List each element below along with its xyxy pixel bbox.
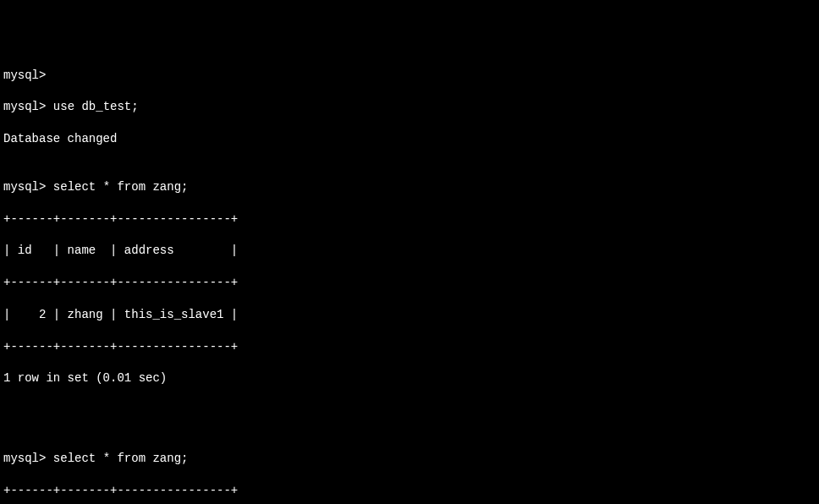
prompt: mysql>	[3, 100, 46, 113]
table-row: | 2 | zhang | this_is_slave1 |	[3, 307, 816, 323]
table-separator: +------+-------+----------------+	[3, 211, 816, 227]
blank-line	[3, 403, 816, 419]
result-footer: 1 row in set (0.01 sec)	[3, 370, 816, 386]
command-line-select: mysql> select * from zang;	[3, 451, 816, 467]
table-header: | id | name | address |	[3, 243, 816, 259]
table-separator: +------+-------+----------------+	[3, 275, 816, 291]
table-separator: +------+-------+----------------+	[3, 339, 816, 355]
db-changed-msg: Database changed	[3, 131, 816, 147]
sql-command: select * from zang;	[53, 180, 189, 194]
prompt-line: mysql>	[3, 68, 816, 84]
sql-command: select * from zang;	[53, 452, 189, 465]
prompt: mysql>	[3, 68, 46, 82]
prompt: mysql>	[3, 180, 46, 194]
table-separator: +------+-------+----------------+	[3, 483, 816, 499]
command-line-use: mysql> use db_test;	[3, 99, 816, 115]
command-line-select: mysql> select * from zang;	[3, 179, 816, 195]
sql-command: use db_test;	[53, 100, 139, 113]
prompt: mysql>	[3, 452, 46, 465]
